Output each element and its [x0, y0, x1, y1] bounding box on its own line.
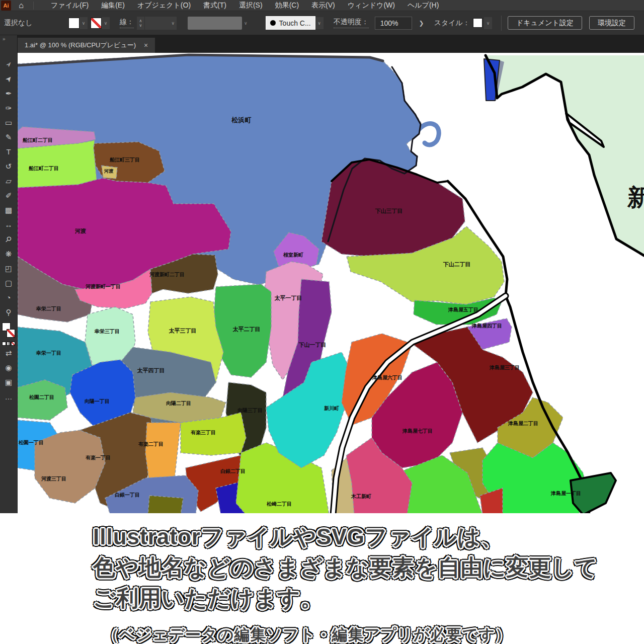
stroke-color-swatch[interactable] — [91, 18, 102, 29]
region-label-yuraku3: 有楽三丁目 — [190, 430, 216, 435]
fill-chevron-icon[interactable]: ∨ — [79, 17, 88, 29]
gradient-icon[interactable] — [7, 342, 11, 346]
screen-mode-icon[interactable]: ▣ — [1, 375, 16, 389]
region-label-tsushimaya7: 津島屋七丁目 — [402, 428, 433, 434]
region-label-kowatari-s: 河渡 — [104, 169, 114, 174]
region-label-kouei1: 幸栄一丁目 — [36, 350, 61, 356]
menu-effect[interactable]: 効果(C) — [275, 1, 299, 10]
brush-variable-width-combo[interactable]: Touch C... — [266, 16, 315, 30]
zoom-tool-icon[interactable]: ⚲ — [1, 305, 16, 319]
more-tools-icon[interactable]: … — [1, 389, 16, 404]
style-chevron-icon[interactable]: ∨ — [484, 17, 492, 29]
region-label-shinkawa: 新川町 — [324, 406, 339, 411]
region-label-matsuzaki2: 松崎二丁目 — [266, 501, 292, 507]
control-separator — [501, 16, 502, 31]
style-label: スタイル： — [434, 19, 470, 28]
menu-type[interactable]: 書式(T) — [203, 1, 226, 10]
menu-view[interactable]: 表示(V) — [311, 1, 335, 10]
selection-status: 選択なし — [4, 19, 68, 28]
region-label-taihei4: 太平四丁目 — [137, 367, 165, 373]
opacity-label[interactable]: 不透明度： — [334, 18, 369, 28]
color-mode-strip[interactable] — [2, 342, 15, 346]
rectangle-tool-icon[interactable]: ▭ — [1, 115, 16, 130]
region-label-taihei1: 太平一丁目 — [274, 295, 302, 301]
stepper-up-icon[interactable]: ∧ — [139, 19, 142, 23]
region-label-kowatari: 河渡 — [74, 228, 86, 234]
illustrator-window: Ai ⌂ ファイル(F)編集(E)オブジェクト(O)書式(T)選択(S)効果(C… — [0, 0, 644, 644]
region-label-shirogane2: 白銀二丁目 — [220, 468, 246, 474]
combo-chevron-icon[interactable]: ∨ — [171, 21, 175, 26]
caption-line: （ベジェデータの編集ソフト・編集アプリが必要です） — [93, 619, 644, 644]
document-setup-button[interactable]: ドキュメント設定 — [508, 16, 582, 30]
stroke-weight-stepper[interactable]: ∧∨ — [137, 17, 144, 30]
rotate-tool-icon[interactable]: ↺ — [1, 159, 16, 174]
tools-panel: ➢➤✒✑▭✎T↺▱✐▩↔⚲❋◰▢◔⚲⇄◉▣… — [0, 53, 18, 513]
opacity-input[interactable]: 100% — [375, 17, 412, 30]
preferences-button[interactable]: 環境設定 — [589, 16, 634, 30]
fill-color-swatch[interactable] — [68, 18, 79, 29]
region-label-tsushimaya3: 津島屋三丁目 — [489, 365, 520, 370]
map-artwork[interactable]: 松浜町船江町二丁目船江町二丁目船江町三丁目河渡河渡幸栄二丁目河渡新町一丁目河渡新… — [18, 53, 644, 513]
region-label-shimoyama2: 下山二丁目 — [443, 261, 471, 267]
swap-fill-stroke-icon[interactable]: ⇄ — [1, 346, 16, 360]
region-label-big: 新 — [627, 184, 644, 210]
type-tool-icon[interactable]: T — [1, 144, 16, 159]
stroke-weight-combo[interactable]: ∨ — [144, 17, 177, 30]
stroke-chevron-icon[interactable]: ∨ — [102, 17, 110, 29]
menu-items: ファイル(F)編集(E)オブジェクト(O)書式(T)選択(S)効果(C)表示(V… — [37, 1, 439, 10]
none-icon[interactable] — [11, 342, 15, 346]
curvature-tool-icon[interactable]: ✑ — [1, 101, 16, 115]
graph-tool-icon[interactable]: ◔ — [1, 290, 16, 305]
region-label-mokko-shinmachi: 木工新町 — [351, 494, 371, 499]
stepper-down-icon[interactable]: ∨ — [139, 23, 142, 28]
region-matsuzono2[interactable] — [18, 380, 67, 420]
region-funae2[interactable] — [18, 140, 97, 188]
region-olive-small[interactable] — [148, 496, 183, 513]
region-yuraku2[interactable] — [145, 423, 181, 483]
opacity-arrow-icon[interactable]: ❯ — [416, 17, 427, 30]
region-label-tsushimaya4: 津島屋四丁目 — [471, 323, 502, 329]
draw-mode-icon[interactable]: ◉ — [1, 360, 16, 375]
menu-select[interactable]: 選択(S) — [239, 1, 263, 10]
caption-line: IllustratorファイルやSVGファイルは、 — [93, 521, 644, 552]
region-kowatari3[interactable] — [35, 430, 105, 503]
menu-file[interactable]: ファイル(F) — [51, 1, 89, 10]
shape-builder-tool-icon[interactable]: ◰ — [1, 261, 16, 276]
brush-definition-combo[interactable] — [188, 17, 242, 30]
style-swatch[interactable] — [473, 18, 482, 28]
paintbrush-tool-icon[interactable]: ✎ — [1, 130, 16, 144]
menu-help[interactable]: ヘルプ(H) — [408, 1, 439, 10]
home-icon[interactable]: ⌂ — [12, 1, 30, 10]
region-label-kowatari3: 河渡三丁目 — [41, 476, 66, 481]
brush-dot-icon — [270, 20, 276, 26]
region-label-taihei3: 太平三丁目 — [169, 328, 197, 334]
region-label-kouei3: 幸栄三丁目 — [94, 329, 120, 334]
toolbar-stroke-swatch[interactable] — [7, 329, 15, 338]
document-tab[interactable]: 1.ai* @ 100 % (RGB/CPUプレビュー) × — [18, 38, 155, 53]
document-canvas[interactable]: 松浜町船江町二丁目船江町二丁目船江町三丁目河渡河渡幸栄二丁目河渡新町一丁目河渡新… — [18, 53, 644, 513]
document-tab-title: 1.ai* @ 100 % (RGB/CPUプレビュー) — [25, 41, 136, 50]
color-icon[interactable] — [2, 342, 6, 346]
shaper-tool-icon[interactable]: ✐ — [1, 188, 16, 203]
tab-close-icon[interactable]: × — [144, 41, 148, 49]
stroke-weight-label[interactable]: 線： — [120, 18, 134, 28]
gradient-tool-icon[interactable]: ▩ — [1, 203, 16, 217]
menu-object[interactable]: オブジェクト(O) — [137, 1, 191, 10]
touch-chevron-icon[interactable]: ∨ — [315, 17, 324, 29]
document-tab-bar: » 1.ai* @ 100 % (RGB/CPUプレビュー) × — [0, 35, 644, 53]
menu-edit[interactable]: 編集(E) — [101, 1, 125, 10]
illustrator-app-icon[interactable]: Ai — [1, 1, 11, 11]
menu-window[interactable]: ウィンドウ(W) — [348, 1, 395, 10]
region-label-tsushimaya5: 津島屋五丁目 — [448, 307, 478, 312]
region-label-matsuhama: 松浜町 — [231, 116, 252, 124]
toolbar-fill-stroke[interactable] — [2, 323, 15, 338]
region-label-koyo2: 向陽二丁目 — [166, 400, 191, 406]
artboard-tool-icon[interactable]: ▢ — [1, 276, 16, 290]
region-label-matsuzono1: 松園一丁目 — [18, 440, 44, 445]
brush-chevron-icon[interactable]: ∨ — [244, 21, 248, 26]
region-label-matsuzono2: 松園二丁目 — [29, 394, 54, 400]
eraser-tool-icon[interactable]: ▱ — [1, 174, 16, 188]
region-label-nemuro-shinmachi: 根室新町 — [283, 252, 303, 258]
region-label-kouei2: 幸栄二丁目 — [36, 306, 61, 311]
panel-collapse-icon[interactable]: » — [0, 35, 18, 53]
